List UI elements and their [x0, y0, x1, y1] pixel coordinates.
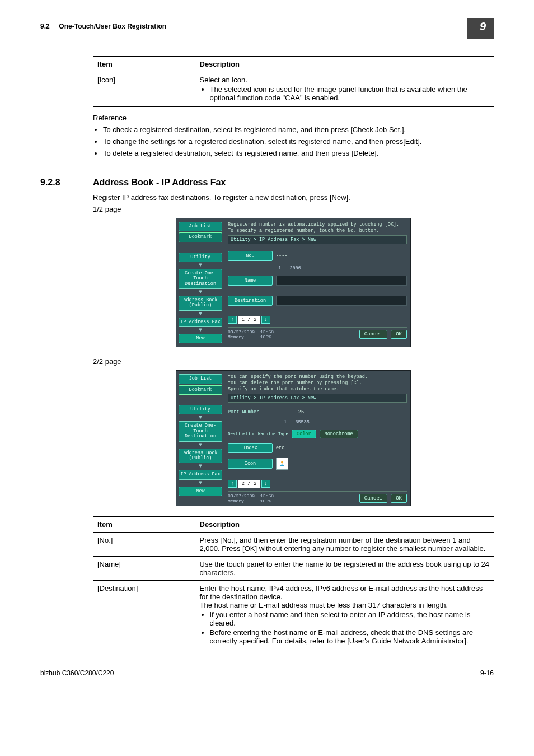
reference-list: To check a registered destination, selec… [93, 125, 494, 157]
svg-point-0 [281, 461, 283, 464]
section-title: Address Book - IP Address Fax [93, 178, 226, 188]
arrow-down-icon: ▼ [179, 464, 222, 469]
ref-item-3: To delete a registered destination, sele… [103, 149, 494, 157]
destination-field[interactable] [276, 296, 407, 306]
shot2-pager: ↑ 2 / 2 ↓ [228, 480, 407, 488]
icon-preview [276, 458, 288, 470]
icon-desc-line1: Select an icon. [200, 76, 247, 84]
icon-table: Item Description [Icon] Select an icon. … [93, 56, 494, 107]
dest-desc-li2: Before entering the host name or E-mail … [210, 628, 490, 645]
port-range: 1 - 65535 [282, 419, 310, 425]
index-button[interactable]: Index [228, 443, 273, 453]
td-no-item: [No.] [93, 533, 195, 557]
dest-desc-l2: The host name or E-mail address must be … [200, 601, 448, 609]
cancel-button[interactable]: Cancel [359, 494, 387, 503]
page: 9.2 One-Touch/User Box Registration 9 It… [0, 0, 534, 694]
new-button[interactable]: New [179, 487, 222, 496]
shot2-hint: You can specify the port number using th… [228, 374, 407, 392]
port-number-value: 25 [282, 409, 304, 415]
page-indicator: 2 / 2 [238, 480, 260, 488]
bookmark-tab[interactable]: Bookmark [179, 385, 222, 395]
bookmark-tab[interactable]: Bookmark [179, 232, 222, 242]
arrow-down-icon: ▼ [179, 443, 222, 447]
ip-address-fax-crumb[interactable]: IP Address Fax [179, 318, 222, 327]
header-section-title: One-Touch/User Box Registration [59, 22, 166, 30]
shot1-sidebar: Job List Bookmark Utility ▼ Create One-T… [176, 218, 224, 347]
job-list-button[interactable]: Job List [179, 374, 222, 384]
td-name-desc: Use the touch panel to enter the name to… [195, 557, 494, 581]
ip-address-fax-crumb[interactable]: IP Address Fax [179, 470, 222, 479]
shot1-pager: ↑ 1 / 2 ↓ [228, 316, 407, 324]
page-down-button[interactable]: ↓ [261, 316, 270, 324]
th-desc: Description [195, 57, 494, 72]
shot2-footer: 03/27/2009Memory 13:58100% Cancel OK [228, 491, 407, 503]
td-no-desc: Press [No.], and then enter the registra… [195, 533, 494, 557]
index-value: etc [276, 445, 284, 451]
destination-button[interactable]: Destination [228, 296, 273, 306]
no-value: ---- [276, 253, 287, 259]
header-section-ref: 9.2 [40, 22, 50, 30]
reference-title: Reference [93, 114, 494, 122]
create-onetouch-crumb[interactable]: Create One-Touch Destination [179, 421, 222, 441]
page-footer: bizhub C360/C280/C220 9-16 [40, 669, 494, 677]
page-indicator: 1 / 2 [238, 316, 260, 324]
icon-desc-bullet: The selected icon is used for the image … [210, 85, 490, 102]
new-button[interactable]: New [179, 334, 222, 343]
device-screenshot-1: Job List Bookmark Utility ▼ Create One-T… [176, 218, 411, 347]
page-down-button[interactable]: ↓ [261, 480, 270, 488]
th-item: Item [93, 57, 195, 72]
arrow-down-icon: ▼ [179, 312, 222, 316]
shot2-sidebar: Job List Bookmark Utility ▼ Create One-T… [176, 371, 224, 506]
footer-page-number: 9-16 [480, 669, 494, 677]
td-icon-desc: Select an icon. The selected icon is use… [195, 72, 494, 107]
utility-crumb[interactable]: Utility [179, 405, 222, 414]
job-list-button[interactable]: Job List [179, 222, 222, 231]
page-up-button[interactable]: ↑ [228, 316, 237, 324]
address-book-crumb[interactable]: Address Book (Public) [179, 449, 222, 464]
section-number: 9.2.8 [40, 178, 93, 188]
icon-button[interactable]: Icon [228, 459, 273, 469]
device-screenshot-2: Job List Bookmark Utility ▼ Create One-T… [176, 370, 411, 506]
page-header: 9.2 One-Touch/User Box Registration 9 [40, 22, 494, 40]
page-up-button[interactable]: ↑ [228, 480, 237, 488]
address-book-crumb[interactable]: Address Book (Public) [179, 296, 222, 311]
fields-table: Item Description [No.] Press [No.], and … [93, 516, 494, 650]
port-number-label: Port Number [228, 409, 278, 415]
ref-item-2: To change the settings for a registered … [103, 137, 494, 146]
section-intro: Register IP address fax destinations. To… [93, 193, 494, 202]
page-label-2: 2/2 page [93, 357, 494, 366]
dest-desc-li1: If you enter a host name and then select… [210, 610, 490, 627]
no-button[interactable]: No. [228, 251, 273, 261]
chapter-badge: 9 [467, 18, 494, 39]
td-dest-desc: Enter the host name, IPv4 address, IPv6 … [195, 581, 494, 650]
name-button[interactable]: Name [228, 276, 273, 286]
td-dest-item: [Destination] [93, 581, 195, 650]
arrow-down-icon: ▼ [179, 416, 222, 420]
page-label-1: 1/2 page [93, 205, 494, 213]
ref-item-1: To check a registered destination, selec… [103, 125, 494, 134]
cancel-button[interactable]: Cancel [359, 330, 387, 339]
person-icon [279, 460, 285, 468]
create-onetouch-crumb[interactable]: Create One-Touch Destination [179, 269, 222, 289]
td-icon-item: [Icon] [93, 72, 195, 107]
arrow-down-icon: ▼ [179, 263, 222, 268]
shot1-hint: Registered number is automatically appli… [228, 222, 407, 234]
utility-crumb[interactable]: Utility [179, 253, 222, 262]
name-field[interactable] [276, 276, 407, 286]
ok-button[interactable]: OK [391, 494, 407, 503]
shot1-footer: 03/27/2009Memory 13:58100% Cancel OK [228, 327, 407, 339]
header-section: 9.2 One-Touch/User Box Registration [40, 22, 166, 30]
monochrome-option[interactable]: Monochrome [320, 430, 358, 438]
arrow-down-icon: ▼ [179, 328, 222, 333]
dest-desc-l1: Enter the host name, IPv4 address, IPv6 … [200, 584, 483, 601]
no-range: 1 - 2000 [276, 265, 301, 271]
th-desc-2: Description [195, 517, 494, 533]
ok-button[interactable]: OK [391, 330, 407, 339]
th-item-2: Item [93, 517, 195, 533]
dest-machine-type-label: Destination Machine Type [228, 432, 288, 436]
shot1-breadcrumb: Utility > IP Address Fax > New [228, 235, 407, 244]
color-option[interactable]: Color [292, 430, 316, 438]
arrow-down-icon: ▼ [179, 290, 222, 295]
shot2-main: You can specify the port number using th… [224, 371, 410, 506]
shot1-main: Registered number is automatically appli… [224, 218, 410, 347]
